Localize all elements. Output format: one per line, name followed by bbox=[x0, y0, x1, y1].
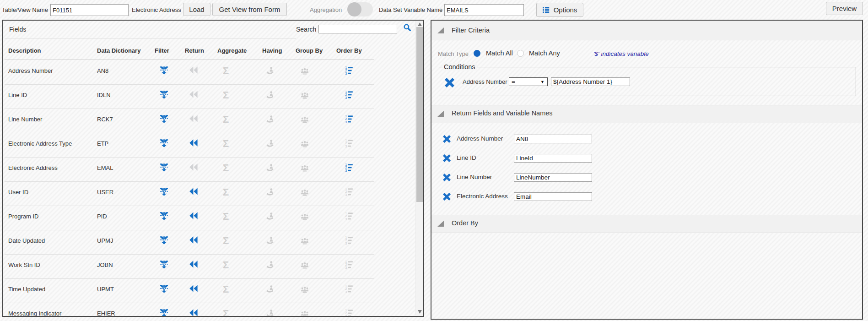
svg-text:3: 3 bbox=[345, 71, 347, 74]
svg-text:3: 3 bbox=[345, 120, 347, 123]
svg-text:3: 3 bbox=[345, 241, 347, 244]
svg-text:3: 3 bbox=[345, 193, 347, 196]
svg-text:3: 3 bbox=[345, 217, 347, 220]
svg-text:3: 3 bbox=[345, 290, 347, 293]
svg-text:3: 3 bbox=[345, 144, 347, 147]
svg-text:3: 3 bbox=[345, 314, 347, 317]
svg-text:3: 3 bbox=[345, 266, 347, 268]
svg-text:3: 3 bbox=[345, 169, 347, 171]
svg-text:3: 3 bbox=[345, 96, 347, 98]
